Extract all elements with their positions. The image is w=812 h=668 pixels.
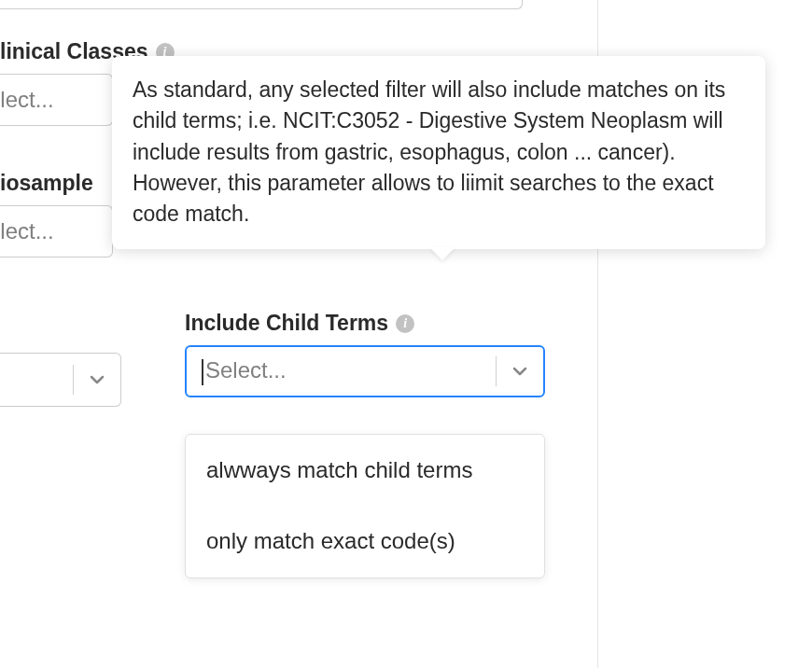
clinical-classes-select[interactable]: Select... bbox=[0, 74, 113, 126]
clinical-classes-placeholder: Select... bbox=[0, 87, 112, 113]
include-child-terms-label: Include Child Terms bbox=[185, 311, 388, 336]
dropdown-option[interactable]: only match exact code(s) bbox=[186, 506, 544, 577]
tooltip-arrow bbox=[429, 247, 455, 260]
include-child-terms-field: Include Child Terms i Select... bbox=[185, 311, 545, 397]
chevron-down-icon[interactable] bbox=[74, 370, 120, 389]
tooltip-text: As standard, any selected filter will al… bbox=[133, 77, 725, 226]
include-child-terms-select[interactable]: Select... bbox=[185, 345, 545, 397]
partial-select-control[interactable] bbox=[0, 353, 121, 407]
include-child-terms-label-row: Include Child Terms i bbox=[185, 311, 545, 336]
biosample-label-row: iosample bbox=[0, 171, 113, 196]
biosample-placeholder: Select... bbox=[0, 218, 112, 244]
text-caret bbox=[202, 359, 203, 385]
biosample-field: iosample Select... bbox=[0, 171, 113, 257]
chevron-down-icon[interactable] bbox=[497, 362, 543, 381]
biosample-select[interactable]: Select... bbox=[0, 205, 113, 257]
include-child-terms-placeholder: Select... bbox=[187, 357, 496, 385]
partial-control-top bbox=[0, 0, 523, 9]
info-icon[interactable]: i bbox=[396, 314, 414, 333]
biosample-label: iosample bbox=[0, 171, 93, 196]
partial-select-left bbox=[0, 353, 121, 407]
dropdown-option[interactable]: alwways match child terms bbox=[186, 435, 544, 506]
include-child-terms-dropdown: alwways match child terms only match exa… bbox=[185, 434, 545, 578]
info-tooltip: As standard, any selected filter will al… bbox=[112, 56, 765, 249]
